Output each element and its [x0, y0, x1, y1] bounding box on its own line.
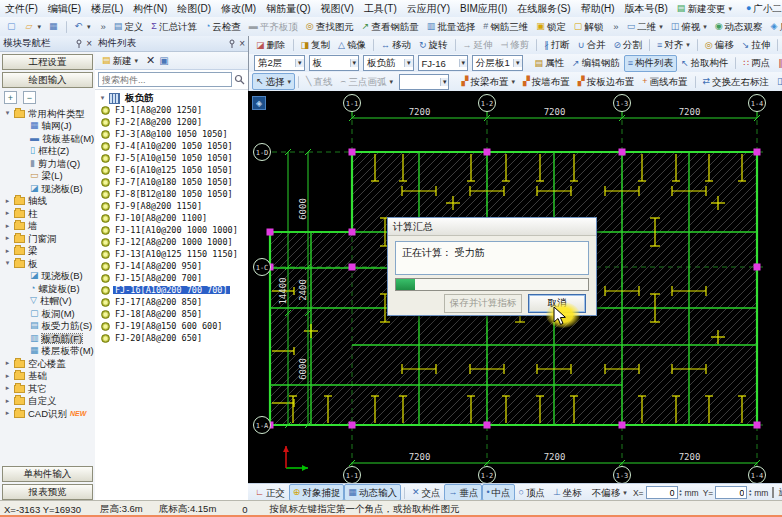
move-button[interactable]: ↔ 移动 [377, 37, 415, 54]
component-item[interactable]: FJ-18[A8@200 850] [95, 308, 248, 320]
pick-component-button[interactable]: ↖ 拾取构件 [677, 55, 733, 72]
component-item[interactable]: FJ-12[A8@200 1000 1000] [95, 236, 248, 248]
menu-help[interactable]: 帮助(H) [576, 2, 620, 16]
place-by-slab-edge-button[interactable]: ▞ 按板边布置 [574, 73, 638, 90]
midpoint-snap-toggle[interactable]: • 中点 [482, 484, 514, 501]
select-tool-button[interactable]: ↖ 选择 [252, 73, 295, 90]
nav-custom[interactable]: ▸ 自定义 [0, 395, 95, 408]
align-button[interactable]: ≡ 对齐 [653, 37, 694, 54]
view-2d-button[interactable]: ▭ 二维 [623, 18, 667, 35]
swap-annotation-button[interactable]: ⇄ 交换左右标注 [699, 73, 774, 90]
overflow-chevron[interactable]: » [607, 18, 622, 35]
component-item[interactable]: FJ-1[A8@200 1250] [95, 104, 248, 116]
user-account-button[interactable]: ● 广小二 [742, 0, 782, 17]
component-item-selected[interactable]: FJ-16[A10@200 700 700] [95, 284, 248, 296]
overflow-chevron[interactable]: » [95, 18, 110, 35]
ortho-toggle[interactable]: ∟ 正交 [251, 484, 289, 501]
perpendicular-snap-toggle[interactable]: → 垂点 [444, 484, 482, 501]
new-file-button[interactable]: ▢ [3, 18, 22, 35]
component-item[interactable]: FJ-6[A10@125 1050 1050] [95, 164, 248, 176]
expander-icon[interactable]: ▸ [4, 384, 11, 392]
component-item[interactable]: FJ-3[A8@100 1050 1050] [95, 128, 248, 140]
component-item[interactable]: FJ-13[A10@125 1150 1150] [95, 248, 248, 260]
break-button[interactable]: ∦ 打断 [540, 37, 574, 54]
close-icon[interactable]: × [86, 39, 92, 49]
open-file-button[interactable]: ▱ [22, 18, 45, 35]
expander-icon[interactable]: ▸ [4, 222, 11, 230]
nav-axis-grid[interactable]: ▦ 轴网(J) [0, 120, 95, 133]
expander-icon[interactable]: ▸ [4, 409, 11, 417]
component-item[interactable]: FJ-14[A8@200 950] [95, 260, 248, 272]
search-input[interactable] [98, 72, 232, 87]
copy-button[interactable]: ◨ 复制 [297, 37, 335, 54]
edit-rebar-button[interactable]: ↗ 编辑钢筋 [568, 55, 624, 72]
orbit-button[interactable]: ◉ 动态观察 [711, 18, 767, 35]
view-rebar-layout-button[interactable]: ◫ 查看布筋 [773, 73, 782, 90]
component-select[interactable]: FJ-16 ▾ [418, 55, 469, 71]
component-item[interactable]: FJ-8[B12@180 1050 1050] [95, 188, 248, 200]
menu-component[interactable]: 构件(N) [128, 2, 172, 16]
properties-button[interactable]: ▤ 属性 [531, 55, 569, 72]
nav-raft-foundation[interactable]: ▬ 筏板基础(M) [0, 132, 95, 145]
pin-icon[interactable] [75, 39, 83, 48]
nav-slab-hole[interactable]: ▢ 板洞(M) [0, 307, 95, 320]
x-spinner[interactable]: ▲▼ [679, 489, 683, 496]
line-tool-button[interactable]: ╲ 直线 [302, 73, 336, 90]
coordinate-snap-toggle[interactable]: ⊥ 坐标 [549, 484, 586, 501]
local-3d-button[interactable]: ◈ 局部三维 [767, 18, 782, 35]
offset-mode-select[interactable]: 不偏移 [586, 484, 631, 501]
rotate-button[interactable]: ↻ 旋转 [415, 37, 452, 54]
nav-others[interactable]: ▸ 其它 [0, 382, 95, 395]
component-item[interactable]: FJ-17[A8@200 850] [95, 296, 248, 308]
arc-option-select[interactable]: ▾ [399, 74, 450, 90]
floor-select[interactable]: 第2层 ▾ [254, 55, 305, 71]
expander-icon[interactable]: ▸ [4, 397, 11, 405]
menu-online[interactable]: 在线服务(S) [512, 2, 575, 16]
category-select[interactable]: 板 ▾ [309, 55, 360, 71]
expander-icon[interactable]: ▸ [4, 234, 11, 242]
close-icon[interactable]: × [239, 39, 245, 49]
summary-calc-button[interactable]: Σ 汇总计算 [147, 18, 201, 35]
trim-button[interactable]: ⊣ 修剪 [497, 37, 534, 54]
split-button[interactable]: ⊘ 分割 [609, 37, 646, 54]
expander-icon[interactable]: ▾ [99, 94, 106, 102]
top-view-button[interactable]: ◫ 俯视 [667, 18, 711, 35]
menu-rebar-qty[interactable]: 钢筋量(Q) [261, 2, 315, 16]
expander-icon[interactable]: ▾ [4, 109, 11, 117]
nav-common-types[interactable]: ▾ 常用构件类型 [0, 107, 95, 120]
nav-wall[interactable]: ▸ 墙 [0, 220, 95, 233]
expander-icon[interactable]: ▸ [4, 197, 11, 205]
nav-slab-main-rebar[interactable]: ▤ 板受力筋(S) [0, 320, 95, 333]
component-item[interactable]: FJ-20[A8@200 650] [95, 332, 248, 344]
menu-version[interactable]: 版本号(B) [620, 2, 673, 16]
drawing-input-button[interactable]: 绘图输入 [2, 72, 93, 88]
lock-button[interactable]: ▣ 锁定 [532, 18, 570, 35]
y-input[interactable] [715, 486, 747, 499]
component-group-row[interactable]: ▾ 板负筋 [95, 92, 248, 104]
expander-icon[interactable]: ▸ [4, 372, 11, 380]
place-by-beam-button[interactable]: ▞ 按梁布置 [457, 73, 518, 90]
menu-tools[interactable]: 工具(T) [359, 2, 402, 16]
mirror-button[interactable]: △ 镜像 [334, 37, 370, 54]
type-select[interactable]: 板负筋 ▾ [363, 55, 414, 71]
nav-spiral-slab[interactable]: ◔ 螺旋板(B) [0, 282, 95, 295]
parallel-button[interactable]: ∥ 平行 [774, 55, 782, 72]
place-by-wall-button[interactable]: ▞ 按墙布置 [519, 73, 574, 90]
batch-select-button[interactable]: ▥ 批量选择 [423, 18, 480, 35]
component-item[interactable]: FJ-19[A8@150 600 600] [95, 320, 248, 332]
menu-view[interactable]: 视图(V) [316, 2, 359, 16]
align-slab-top-button[interactable]: ▬ 平齐板顶 [245, 18, 302, 35]
object-snap-toggle[interactable]: ⊕ 对象捕捉 [289, 484, 345, 501]
vertex-snap-toggle[interactable]: ○ 顶点 [515, 484, 549, 501]
component-item[interactable]: FJ-15[A8@200 700] [95, 272, 248, 284]
menu-modify[interactable]: 修改(M) [216, 2, 261, 16]
nav-column-cap[interactable]: ▽ 柱帽(V) [0, 295, 95, 308]
nav-axis[interactable]: ▸ 轴线 [0, 195, 95, 208]
save-button[interactable]: ▦ [45, 18, 64, 35]
nav-slab-negative-rebar[interactable]: ▥ 板负筋(F) [0, 332, 95, 345]
dynamic-input-toggle[interactable]: ▦ 动态输入 [344, 484, 401, 501]
menu-floor[interactable]: 楼层(L) [86, 2, 128, 16]
component-item[interactable]: FJ-5[A10@150 1050 1050] [95, 152, 248, 164]
copy-component-icon[interactable]: ▣ [159, 56, 168, 66]
offset-button[interactable]: ◎ 偏移 [701, 37, 738, 54]
